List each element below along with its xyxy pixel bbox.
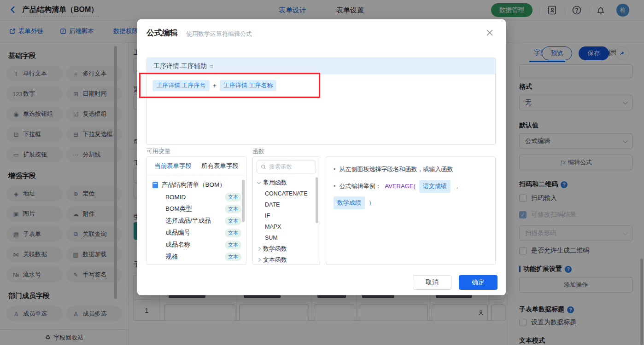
tip-line: • 从左侧面板选择字段名和函数，或输入函数 <box>326 157 495 177</box>
formula-editor[interactable]: 工序详情.工序辅助 = 工序详情.工序序号 + 工序详情.工序名称 <box>146 58 496 145</box>
variable-row[interactable]: 成品编号 文本 <box>147 227 246 239</box>
example-field-chip: 数学成绩 <box>334 196 365 209</box>
variable-type-badge: 文本 <box>225 217 241 225</box>
variable-name: BOM类型 <box>165 205 225 213</box>
formula-expression[interactable]: 工序详情.工序序号 + 工序详情.工序名称 <box>147 75 495 97</box>
cancel-button[interactable]: 取消 <box>413 275 451 290</box>
variable-row[interactable]: 选择成品/半成品 文本 <box>147 215 246 227</box>
function-search-input[interactable]: 搜索函数 <box>257 161 316 173</box>
app-window: 产品结构清单（BOM） 表单设计 表单设置 数据管理 检 表单外链 后端脚本 数… <box>0 0 644 345</box>
search-placeholder: 搜索函数 <box>269 163 292 171</box>
tip-example-line: • 公式编辑举例： AVERAGE( 语文成绩 ， 数学成绩 ） <box>326 177 495 212</box>
example-comma: ， <box>454 181 460 191</box>
bullet: • <box>334 181 336 191</box>
functions-scrollbar[interactable] <box>316 177 318 223</box>
variables-label: 可用变量 <box>146 147 170 155</box>
variable-type-badge: 文本 <box>225 253 241 261</box>
variable-name: 成品编号 <box>165 229 225 237</box>
function-item[interactable]: IF <box>253 210 320 221</box>
tips-panel: • 从左侧面板选择字段名和函数，或输入函数 • 公式编辑举例： AVERAGE(… <box>326 156 496 265</box>
tab-current-form-fields[interactable]: 当前表单字段 <box>154 162 192 170</box>
chevron-down-icon <box>257 180 261 184</box>
bullet: • <box>334 164 336 174</box>
function-list: CONCATENATE DATE IF MAPX SUM <box>253 188 320 243</box>
formula-token[interactable]: 工序详情.工序序号 <box>152 80 210 91</box>
equals-sign: = <box>210 63 213 70</box>
function-item[interactable]: CONCATENATE <box>253 188 320 199</box>
function-item[interactable]: DATE <box>253 199 320 210</box>
variable-type-badge: 文本 <box>225 241 241 249</box>
function-item[interactable]: MAPX <box>253 221 320 232</box>
variable-row[interactable]: 规格 文本 <box>147 251 246 263</box>
example-function-name: AVERAGE( <box>385 181 416 191</box>
variable-type-badge: 文本 <box>225 193 241 201</box>
variables-scrollbar[interactable] <box>242 180 245 222</box>
variable-row[interactable]: BOMID 文本 <box>147 191 246 203</box>
formula-token[interactable]: 工序详情.工序名称 <box>220 80 277 91</box>
function-group-text[interactable]: 文本函数 <box>253 254 320 265</box>
functions-label: 函数 <box>252 147 264 155</box>
function-item[interactable]: SUM <box>253 232 320 243</box>
form-tree-root[interactable]: 产品结构清单（BOM） <box>147 175 246 191</box>
variable-name: BOMID <box>165 194 225 201</box>
functions-panel: 搜索函数 常用函数 CONCATENATE DATE IF MAPX SUM <box>252 156 320 265</box>
formula-edit-dialog: 公式编辑 使用数学运算符编辑公式 工序详情.工序辅助 = 工序详情.工序序号 +… <box>137 19 506 295</box>
variable-type-badge: 文本 <box>225 229 241 237</box>
variable-row[interactable]: 成品名称 文本 <box>147 239 246 251</box>
function-group-math[interactable]: 数学函数 <box>253 243 320 254</box>
function-group-common[interactable]: 常用函数 <box>253 177 320 188</box>
variables-list: BOMID 文本 BOM类型 文本 选择成品/半成品 文本 成品编号 <box>147 191 246 263</box>
form-doc-icon <box>152 182 158 188</box>
variables-panel: 当前表单字段 所有表单字段 产品结构清单（BOM） BOMID 文本 BOM类型 <box>146 156 246 265</box>
confirm-button[interactable]: 确定 <box>459 275 498 290</box>
formula-target-row: 工序详情.工序辅助 = <box>147 58 495 75</box>
dialog-subtitle: 使用数学运算符编辑公式 <box>186 30 252 38</box>
variable-name: 成品名称 <box>165 241 225 249</box>
example-close-paren: ） <box>369 198 375 208</box>
chevron-right-icon <box>257 247 261 251</box>
variable-row[interactable]: BOM类型 文本 <box>147 203 246 215</box>
variable-name: 规格 <box>165 253 225 261</box>
example-field-chip: 语文成绩 <box>419 180 451 193</box>
variable-type-badge: 文本 <box>225 205 241 213</box>
formula-operator: + <box>213 82 217 89</box>
formula-target: 工序详情.工序辅助 <box>153 62 207 70</box>
tab-all-form-fields[interactable]: 所有表单字段 <box>201 162 239 170</box>
search-icon <box>261 164 266 170</box>
close-icon[interactable] <box>485 28 495 38</box>
chevron-right-icon <box>257 258 261 262</box>
variables-tabs: 当前表单字段 所有表单字段 <box>147 157 246 175</box>
variable-name: 选择成品/半成品 <box>165 217 225 225</box>
dialog-title: 公式编辑 <box>146 28 178 38</box>
